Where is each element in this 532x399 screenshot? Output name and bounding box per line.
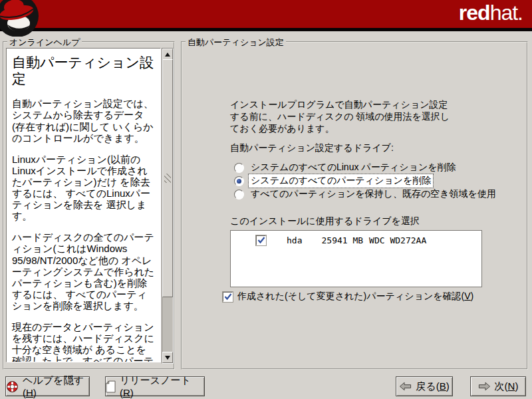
radio-option-label: すべてのパーティションを保持し、既存の空き領域を使用 bbox=[249, 188, 498, 201]
redhat-shadowman-logo-icon bbox=[0, 0, 43, 41]
radio-option-remove-linux[interactable]: システムのすべてのLinux パーティションを削除 bbox=[234, 161, 498, 174]
review-partitions-checkbox-row[interactable]: 作成された(そして変更された)パーティションを確認(V) bbox=[223, 291, 473, 303]
radio-option-keep-all[interactable]: すべてのパーティションを保持し、既存の空き領域を使用 bbox=[234, 188, 498, 201]
radio-button-icon bbox=[234, 163, 244, 173]
help-heading: 自動パーティション設定 bbox=[12, 54, 155, 87]
help-paragraph: 現在のデータとパーティションを残すには、ハードディスクに十分な空き領域が あるこ… bbox=[12, 321, 155, 362]
help-text-area: 自動パーティション設定 自動パーティション設定では、システムから除去するデータ(… bbox=[6, 48, 161, 362]
radio-option-remove-all[interactable]: システムのすべてのパーティションを削除 bbox=[234, 174, 498, 188]
radio-option-label: システムのすべてのパーティションを削除 bbox=[249, 174, 433, 188]
radio-option-label: システムのすべてのLinux パーティションを削除 bbox=[249, 161, 458, 174]
help-scrollbar[interactable] bbox=[162, 48, 174, 364]
radio-button-icon bbox=[234, 176, 244, 186]
back-label: 戻る(B) bbox=[416, 380, 449, 393]
drive-size: 25941 MB bbox=[321, 235, 363, 245]
help-paragraph: Linuxパーティション(以前のLinuxインストールで作成されたパーティション… bbox=[12, 154, 155, 222]
next-label: 次(N) bbox=[495, 380, 519, 393]
checkmark-icon bbox=[257, 235, 266, 245]
drive-select-label: このインストールに使用するドライブを選択 bbox=[230, 215, 420, 227]
help-paragraph: ハードディスクの全てのパーティション(これはWindows 95/98/NT/2… bbox=[12, 231, 155, 311]
help-content: 自動パーティション設定 自動パーティション設定では、システムから除去するデータ(… bbox=[7, 49, 160, 362]
online-help-panel: オンラインヘルプ 自動パーティション設定 自動パーティション設定では、システムか… bbox=[3, 41, 175, 370]
drive-list[interactable]: hda 25941 MB WDC WD272AA bbox=[230, 230, 482, 287]
help-scrollbar-thumb[interactable] bbox=[162, 59, 173, 297]
drive-device: hda bbox=[287, 235, 302, 245]
title-bar bbox=[0, 0, 532, 28]
release-notes-label: リリースノート(R) bbox=[120, 374, 204, 398]
document-icon bbox=[106, 380, 116, 393]
redhat-wordmark: redhat. bbox=[459, 2, 523, 23]
autopartition-panel: 自動パーティション設定 インストールプログラムで自動パーティション設定 する前に… bbox=[181, 41, 528, 370]
wordmark-red: red bbox=[459, 1, 490, 25]
autopartition-panel-title: 自動パーティション設定 bbox=[186, 37, 286, 49]
release-notes-button[interactable]: リリースノート(R) bbox=[105, 376, 205, 396]
hide-help-label: ヘルプを隠す(H) bbox=[23, 374, 89, 398]
checkmark-icon bbox=[223, 292, 233, 301]
hide-help-button[interactable]: ヘルプを隠す(H) bbox=[5, 376, 90, 396]
back-button[interactable]: 戻る(B) bbox=[396, 376, 453, 396]
drive-row-hda[interactable]: hda 25941 MB WDC WD272AA bbox=[231, 235, 481, 245]
drive-checkbox[interactable] bbox=[256, 235, 266, 245]
life-preserver-icon bbox=[6, 380, 19, 393]
next-button[interactable]: 次(N) bbox=[470, 376, 526, 396]
help-paragraph: 自動パーティション設定では、システムから除去するデータ(存在すれば)に関して い… bbox=[12, 98, 155, 143]
partition-type-prompt: 自動パーティション設定するドライブ: bbox=[230, 142, 394, 154]
drive-model: WDC WD272AA bbox=[369, 235, 426, 245]
scroll-down-icon[interactable] bbox=[162, 352, 173, 363]
scroll-up-icon[interactable] bbox=[162, 49, 173, 60]
partition-type-radio-group: システムのすべてのLinux パーティションを削除 システムのすべてのパーティシ… bbox=[234, 161, 498, 201]
wordmark-hat: hat. bbox=[490, 1, 523, 25]
intro-text: インストールプログラムで自動パーティション設定 する前に、ハードディスクの 領域… bbox=[230, 98, 509, 135]
online-help-panel-title: オンラインヘルプ bbox=[7, 37, 82, 49]
review-checkbox-label: 作成された(そして変更された)パーティションを確認(V) bbox=[237, 291, 473, 303]
arrow-left-icon bbox=[399, 382, 412, 391]
title-bar-divider bbox=[0, 28, 532, 31]
arrow-right-icon bbox=[478, 382, 491, 391]
radio-button-icon bbox=[234, 190, 244, 200]
review-checkbox[interactable] bbox=[223, 292, 233, 302]
scrollbar-grip-icon bbox=[164, 174, 171, 183]
